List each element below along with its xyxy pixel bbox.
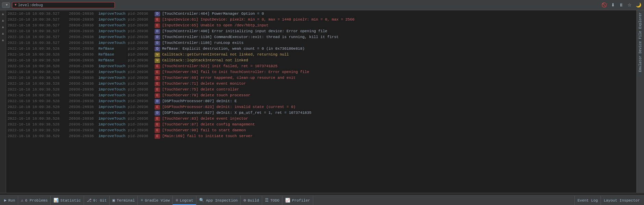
statusbar-item-statistic[interactable]: 📊Statistic: [51, 196, 84, 205]
log-pid: 26936-26936: [69, 110, 96, 116]
log-pid2: pid-26936: [128, 28, 152, 34]
log-timestamp: 2022-10-18 16:09:38.528: [8, 93, 68, 98]
log-message: [TouchController:1136] CommandExecutor::…: [162, 34, 635, 40]
statusbar-right-label: Layout Inspector: [604, 198, 640, 203]
log-tag: improveTouch: [98, 11, 126, 17]
statusbar-item-todo[interactable]: ☰TODO: [262, 196, 282, 205]
log-tag: RefBase: [98, 52, 126, 58]
log-row: 2022-10-18 16:09:38.528 26936-26936 impr…: [6, 116, 636, 122]
log-pid2: pid-26936: [128, 128, 152, 133]
statusbar-right-label: Event Log: [578, 198, 598, 203]
log-pid2: pid-26936: [128, 93, 152, 98]
gutter-btn-4[interactable]: ▼: [0, 31, 5, 36]
statusbar-item-run[interactable]: ▶Run: [1, 196, 18, 205]
statusbar-icon: ⎇: [87, 198, 92, 203]
log-level-badge: E: [155, 17, 160, 22]
device-selector[interactable]: ▼: [2, 2, 10, 8]
star-button[interactable]: ☆: [627, 2, 632, 8]
log-timestamp: 2022-10-18 16:09:38.528: [8, 122, 68, 128]
log-level-badge: W: [155, 52, 160, 57]
log-message: [TouchController:522] init failed, ret =…: [162, 63, 635, 69]
log-pid: 26936-26936: [69, 40, 96, 46]
log-pid2: pid-26936: [128, 58, 152, 63]
log-row: 2022-10-18 16:09:38.528 26936-26936 impr…: [6, 98, 636, 104]
log-pid: 26936-26936: [69, 128, 96, 133]
statusbar-icon: ⚠: [21, 198, 23, 203]
log-timestamp: 2022-10-18 16:09:38.527: [8, 34, 68, 40]
log-pid2: pid-26936: [128, 17, 152, 23]
statusbar-right-item-event-log[interactable]: Event Log: [574, 196, 600, 205]
log-tag: improveTouch: [98, 133, 126, 139]
log-message: [TouchServer:69] error happened, clean-u…: [162, 75, 635, 81]
log-level-badge: E: [155, 23, 160, 28]
device-file-explorer-label[interactable]: Device File Explorer: [639, 12, 642, 53]
gutter-btn-3[interactable]: ▼: [0, 25, 5, 30]
log-area[interactable]: 2022-10-18 16:09:38.527 26936-26936 impr…: [6, 10, 636, 193]
log-pid2: pid-26936: [128, 40, 152, 46]
statusbar-item-6-problems[interactable]: ⚠6 Problems: [18, 196, 51, 205]
statusbar-label: Build: [248, 198, 259, 203]
log-pid: 26936-26936: [69, 34, 96, 40]
filter-input[interactable]: [18, 3, 112, 7]
clear-logcat-button[interactable]: 🚫: [601, 2, 608, 8]
gutter-btn-2[interactable]: ▼: [0, 18, 5, 23]
statusbar-item-9-git[interactable]: ⎇9: Git: [84, 196, 110, 205]
log-row: 2022-10-18 16:09:38.528 26936-26936 impr…: [6, 122, 636, 128]
log-level-badge: D: [155, 29, 160, 34]
log-tag: improveTouch: [98, 28, 126, 34]
night-mode-button[interactable]: 🌙: [635, 2, 642, 8]
log-message: [DSPTouchProcessor:827] deInit: X pa_utf…: [162, 110, 635, 116]
log-tag: improveTouch: [98, 23, 126, 28]
log-pid2: pid-26936: [128, 69, 152, 75]
emulator-label[interactable]: Emulator: [639, 56, 642, 72]
log-message: [TouchServer:59] fail to init TouchContr…: [162, 69, 635, 75]
log-row: 2022-10-18 16:09:38.528 26936-26936 RefB…: [6, 58, 636, 63]
log-row: 2022-10-18 16:09:38.527 26936-26936 impr…: [6, 11, 636, 17]
statusbar-item-logcat[interactable]: ≡Logcat: [173, 196, 196, 205]
log-pid2: pid-26936: [128, 133, 152, 139]
log-row: 2022-10-18 16:09:38.528 26936-26936 impr…: [6, 87, 636, 93]
statusbar-item-terminal[interactable]: ▣Terminal: [110, 196, 138, 205]
toolbar-icons: 🚫 ⬇ ⏸ ☆ 🌙: [601, 2, 642, 8]
log-pid: 26936-26936: [69, 133, 96, 139]
log-tag: improveTouch: [98, 40, 126, 46]
statusbar-icon: ☰: [265, 198, 269, 203]
gutter-btn-5[interactable]: ▼: [0, 38, 5, 43]
log-level-badge: E: [155, 87, 160, 92]
gutter-btn-1[interactable]: ▼: [0, 12, 5, 17]
log-tag: RefBase: [98, 58, 126, 63]
log-pid2: pid-26936: [128, 23, 152, 28]
log-timestamp: 2022-10-18 16:09:38.529: [8, 133, 68, 139]
log-tag: improveTouch: [98, 128, 126, 133]
statusbar-item-app-inspection[interactable]: 🔍App Inspection: [196, 196, 241, 205]
log-timestamp: 2022-10-18 16:09:38.528: [8, 81, 68, 87]
log-message: RefBase: Explicit destruction, weak coun…: [162, 46, 635, 52]
log-pid: 26936-26936: [69, 52, 96, 58]
log-pid2: pid-26936: [128, 46, 152, 52]
log-message: [TouchServer:75] delete controller: [162, 87, 635, 93]
pause-button[interactable]: ⏸: [618, 2, 624, 8]
scroll-end-button[interactable]: ⬇: [610, 2, 616, 8]
log-timestamp: 2022-10-18 16:09:38.528: [8, 116, 68, 122]
log-pid: 26936-26936: [69, 28, 96, 34]
log-row: 2022-10-18 16:09:38.527 26936-26936 impr…: [6, 40, 636, 46]
statusbar-item-profiler[interactable]: 📈Profiler: [282, 196, 313, 205]
log-timestamp: 2022-10-18 16:09:38.527: [8, 40, 68, 46]
log-level-badge: D: [155, 12, 160, 16]
log-pid: 26936-26936: [69, 98, 96, 104]
log-level-badge: E: [155, 82, 160, 86]
horizontal-scrollbar[interactable]: [0, 193, 644, 195]
log-timestamp: 2022-10-18 16:09:38.527: [8, 23, 68, 28]
log-level-badge: D: [155, 41, 160, 46]
statusbar-item-build[interactable]: ⚙Build: [241, 196, 262, 205]
statusbar-label: 6 Problems: [25, 198, 48, 203]
statusbar-item-gradle-view[interactable]: +Gradle View: [138, 196, 173, 205]
log-pid: 26936-26936: [69, 11, 96, 17]
log-row: 2022-10-18 16:09:38.529 26936-26936 impr…: [6, 128, 636, 133]
log-level-badge: E: [155, 105, 160, 110]
log-level-badge: D: [155, 111, 160, 116]
statusbar-label: Gradle View: [145, 198, 170, 203]
log-row: 2022-10-18 16:09:38.527 26936-26936 impr…: [6, 34, 636, 40]
statusbar-label: Run: [8, 198, 15, 203]
statusbar-right-item-layout-inspector[interactable]: Layout Inspector: [600, 196, 643, 205]
